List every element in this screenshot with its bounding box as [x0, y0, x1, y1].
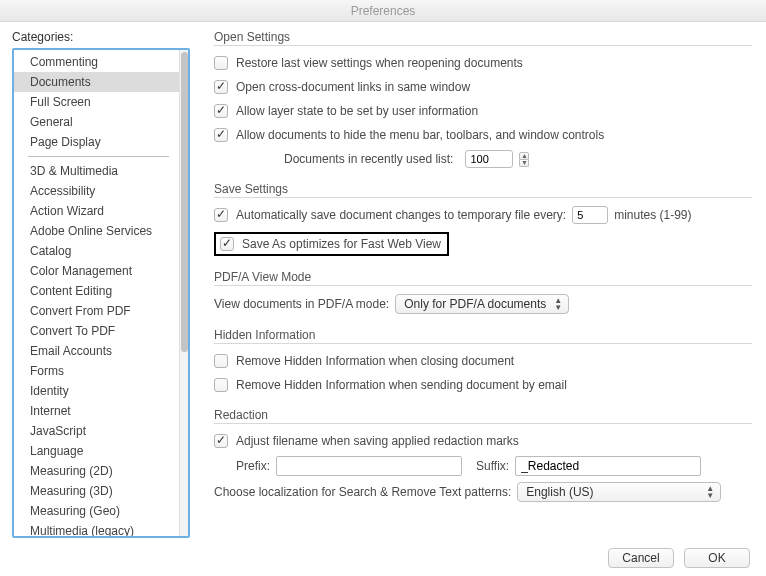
categories-list-inner: CommentingDocumentsFull ScreenGeneralPag…	[14, 50, 179, 536]
prefix-label: Prefix:	[236, 459, 270, 473]
category-item[interactable]: Catalog	[14, 241, 179, 261]
scrollbar[interactable]	[179, 50, 188, 536]
pdfa-mode-value: Only for PDF/A documents	[404, 297, 546, 311]
pdfa-title: PDF/A View Mode	[214, 270, 752, 284]
category-item[interactable]: Identity	[14, 381, 179, 401]
adjust-filename-checkbox[interactable]	[214, 434, 228, 448]
save-settings-section: Save Settings Automatically save documen…	[214, 182, 752, 256]
category-item[interactable]: 3D & Multimedia	[14, 161, 179, 181]
category-item[interactable]: Measuring (3D)	[14, 481, 179, 501]
category-item[interactable]: Forms	[14, 361, 179, 381]
category-item[interactable]: Commenting	[14, 52, 179, 72]
recent-docs-input[interactable]	[465, 150, 513, 168]
pdfa-mode-label: View documents in PDF/A mode:	[214, 297, 389, 311]
redaction-section: Redaction Adjust filename when saving ap…	[214, 408, 752, 502]
categories-listbox[interactable]: CommentingDocumentsFull ScreenGeneralPag…	[12, 48, 190, 538]
cross-doc-links-checkbox[interactable]	[214, 80, 228, 94]
pdfa-mode-select[interactable]: Only for PDF/A documents ▲▼	[395, 294, 569, 314]
auto-save-label: Automatically save document changes to t…	[236, 208, 566, 222]
category-item[interactable]: Measuring (Geo)	[14, 501, 179, 521]
ok-button[interactable]: OK	[684, 548, 750, 568]
category-item[interactable]: Measuring (2D)	[14, 461, 179, 481]
content-panel: Open Settings Restore last view settings…	[196, 22, 766, 540]
layer-state-checkbox[interactable]	[214, 104, 228, 118]
auto-save-value-input[interactable]	[572, 206, 608, 224]
fast-web-view-label: Save As optimizes for Fast Web View	[242, 237, 441, 251]
auto-save-unit-label: minutes (1-99)	[614, 208, 691, 222]
category-item[interactable]: Internet	[14, 401, 179, 421]
remove-hidden-close-label: Remove Hidden Information when closing d…	[236, 354, 514, 368]
categories-label: Categories:	[12, 30, 190, 44]
hidden-info-section: Hidden Information Remove Hidden Informa…	[214, 328, 752, 394]
auto-save-checkbox[interactable]	[214, 208, 228, 222]
localization-select[interactable]: English (US) ▲▼	[517, 482, 721, 502]
cross-doc-links-label: Open cross-document links in same window	[236, 80, 470, 94]
category-item[interactable]: Documents	[14, 72, 179, 92]
category-item[interactable]: Color Management	[14, 261, 179, 281]
localization-value: English (US)	[526, 485, 593, 499]
scrollbar-thumb[interactable]	[181, 52, 188, 352]
category-item[interactable]: Page Display	[14, 132, 179, 152]
category-item[interactable]: Content Editing	[14, 281, 179, 301]
category-item[interactable]: Convert From PDF	[14, 301, 179, 321]
hide-menubar-checkbox[interactable]	[214, 128, 228, 142]
save-settings-title: Save Settings	[214, 182, 752, 196]
list-divider	[28, 156, 169, 157]
fast-web-view-highlight: Save As optimizes for Fast Web View	[214, 232, 449, 256]
chevron-down-icon: ▼	[519, 160, 529, 167]
category-item[interactable]: JavaScript	[14, 421, 179, 441]
select-chevrons-icon: ▲▼	[706, 485, 714, 499]
category-item[interactable]: General	[14, 112, 179, 132]
remove-hidden-email-label: Remove Hidden Information when sending d…	[236, 378, 567, 392]
window-title: Preferences	[0, 0, 766, 22]
remove-hidden-close-checkbox[interactable]	[214, 354, 228, 368]
category-item[interactable]: Adobe Online Services	[14, 221, 179, 241]
adjust-filename-label: Adjust filename when saving applied reda…	[236, 434, 519, 448]
recent-docs-stepper[interactable]: ▲▼	[519, 150, 529, 168]
category-item[interactable]: Convert To PDF	[14, 321, 179, 341]
recent-docs-label: Documents in recently used list:	[284, 152, 453, 166]
pdfa-section: PDF/A View Mode View documents in PDF/A …	[214, 270, 752, 314]
suffix-input[interactable]	[515, 456, 701, 476]
hidden-info-title: Hidden Information	[214, 328, 752, 342]
footer-buttons: Cancel OK	[608, 548, 750, 568]
suffix-label: Suffix:	[476, 459, 509, 473]
category-item[interactable]: Action Wizard	[14, 201, 179, 221]
remove-hidden-email-checkbox[interactable]	[214, 378, 228, 392]
layer-state-label: Allow layer state to be set by user info…	[236, 104, 478, 118]
open-settings-title: Open Settings	[214, 30, 752, 44]
category-item[interactable]: Multimedia (legacy)	[14, 521, 179, 536]
category-item[interactable]: Email Accounts	[14, 341, 179, 361]
sidebar: Categories: CommentingDocumentsFull Scre…	[0, 22, 196, 540]
restore-last-view-checkbox[interactable]	[214, 56, 228, 70]
localization-label: Choose localization for Search & Remove …	[214, 485, 511, 499]
fast-web-view-checkbox[interactable]	[220, 237, 234, 251]
category-item[interactable]: Full Screen	[14, 92, 179, 112]
category-item[interactable]: Accessibility	[14, 181, 179, 201]
category-item[interactable]: Language	[14, 441, 179, 461]
hide-menubar-label: Allow documents to hide the menu bar, to…	[236, 128, 604, 142]
redaction-title: Redaction	[214, 408, 752, 422]
open-settings-section: Open Settings Restore last view settings…	[214, 30, 752, 168]
cancel-button[interactable]: Cancel	[608, 548, 674, 568]
select-chevrons-icon: ▲▼	[554, 297, 562, 311]
main-container: Categories: CommentingDocumentsFull Scre…	[0, 22, 766, 540]
prefix-input[interactable]	[276, 456, 462, 476]
restore-last-view-label: Restore last view settings when reopenin…	[236, 56, 523, 70]
